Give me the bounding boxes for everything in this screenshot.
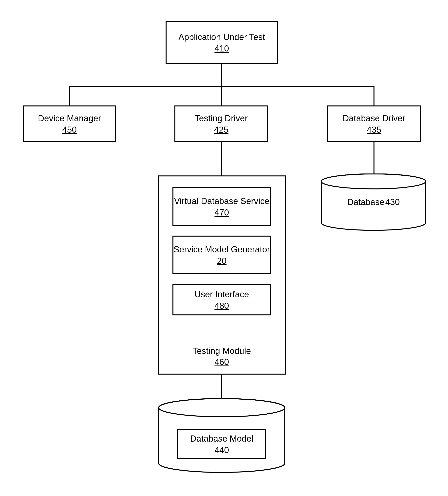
label-db-model: Database Model [190,433,253,444]
num-database-driver: 435 [367,125,381,135]
num-testing-driver: 425 [214,125,229,135]
label-database: Database [347,197,384,207]
num-vds: 470 [215,208,229,217]
num-testing-module: 460 [215,357,229,367]
num-database: 430 [385,197,400,207]
label-vds: Virtual Database Service [174,196,269,206]
label-testing-driver: Testing Driver [195,113,248,124]
cylinder-database: Database 430 [320,173,427,231]
label-database-driver: Database Driver [343,113,405,124]
label-smg: Service Model Generator [173,244,270,255]
connector [221,142,222,175]
num-device-manager: 450 [62,125,77,135]
num-ui: 480 [215,301,229,311]
label-ui: User Interface [195,289,249,300]
connector [373,142,374,176]
box-database-driver: Database Driver 435 [327,106,421,142]
label-device-manager: Device Manager [38,113,101,124]
num-aut: 410 [215,44,229,53]
label-tm-text: Testing Module [158,346,286,356]
connector [221,374,222,400]
box-user-interface: User Interface 480 [172,284,271,315]
label-testing-module: Testing Module 460 [158,346,286,367]
box-device-manager: Device Manager 450 [23,106,116,142]
connector [69,86,70,106]
label-aut: Application Under Test [178,31,265,42]
box-testing-driver: Testing Driver 425 [174,106,268,142]
connector [221,86,222,106]
connector [221,64,222,86]
connector [373,86,374,106]
box-service-model-generator: Service Model Generator 20 [172,236,271,274]
box-application-under-test: Application Under Test 410 [166,21,278,64]
num-smg: 20 [217,256,227,266]
box-database-model: Database Model 440 [177,429,266,459]
box-virtual-db-service: Virtual Database Service 470 [172,187,271,226]
num-db-model: 440 [215,445,229,455]
